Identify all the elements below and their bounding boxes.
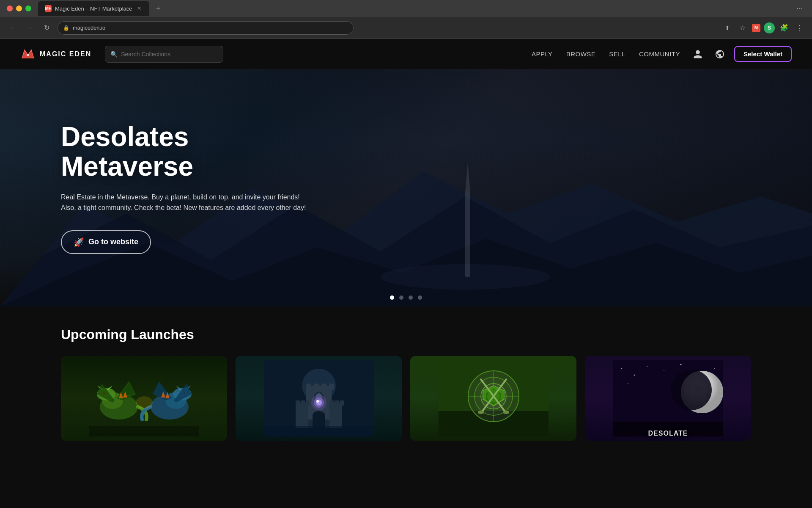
logo-icon — [20, 47, 36, 62]
svg-point-76 — [664, 370, 664, 371]
upcoming-launches-section: Upcoming Launches — [0, 306, 812, 461]
globe-icon-button[interactable] — [712, 47, 727, 62]
svg-rect-50 — [329, 403, 342, 428]
tab-title: Magic Eden – NFT Marketplace — [55, 6, 132, 12]
nav-link-community[interactable]: COMMUNITY — [639, 50, 680, 58]
svg-rect-51 — [296, 400, 300, 406]
svg-point-0 — [27, 54, 29, 56]
account-icon — [693, 49, 703, 59]
launch-card-4[interactable]: DESOLATE — [585, 356, 751, 441]
svg-rect-52 — [301, 400, 305, 406]
back-button[interactable]: ← — [7, 22, 19, 34]
go-to-website-button[interactable]: 🚀 Go to website — [61, 230, 151, 254]
search-input[interactable] — [121, 51, 218, 58]
account-icon-button[interactable] — [690, 47, 705, 62]
browser-toolbar: ← → ↻ 🔒 magiceden.io ⬆ ☆ M S 🧩 ⋮ — [0, 17, 812, 39]
address-bar[interactable]: 🔒 magiceden.io — [58, 21, 354, 35]
card-art-3 — [410, 356, 576, 441]
svg-point-45 — [316, 400, 319, 403]
more-options-button[interactable]: ⋯ — [793, 3, 805, 14]
svg-rect-57 — [264, 426, 374, 436]
carousel-dot-1[interactable] — [390, 295, 394, 300]
upcoming-launches-title: Upcoming Launches — [61, 327, 751, 342]
search-bar[interactable]: 🔍 — [105, 46, 223, 63]
svg-point-88 — [671, 370, 712, 410]
logo-text: MAGIC EDEN — [40, 50, 91, 58]
card-art-2 — [236, 356, 402, 441]
card-label-4: DESOLATE — [585, 430, 751, 437]
nav-link-browse[interactable]: BROWSE — [566, 50, 596, 58]
hero-section: Desolates Metaverse Real Estate in the M… — [0, 69, 812, 306]
minimize-traffic-light[interactable] — [16, 6, 22, 11]
logo-area[interactable]: MAGIC EDEN — [20, 47, 91, 62]
reload-button[interactable]: ↻ — [41, 22, 52, 34]
carousel-dots — [383, 289, 429, 306]
browser-chrome: ME Magic Eden – NFT Marketplace ✕ + ⋯ ← … — [0, 0, 812, 39]
select-wallet-button[interactable]: Select Wallet — [734, 46, 792, 62]
svg-rect-69 — [478, 411, 484, 414]
svg-rect-56 — [340, 400, 344, 406]
svg-rect-49 — [296, 403, 308, 428]
svg-point-73 — [621, 368, 622, 369]
extension-icon-me: M — [752, 24, 760, 32]
svg-rect-32 — [89, 426, 199, 436]
svg-rect-38 — [321, 384, 326, 390]
card-art-1 — [61, 356, 227, 441]
launches-grid: DESOLATE — [61, 356, 751, 441]
maximize-traffic-light[interactable] — [25, 6, 31, 11]
browser-titlebar: ME Magic Eden – NFT Marketplace ✕ + ⋯ — [0, 0, 812, 17]
svg-rect-70 — [503, 411, 509, 414]
svg-rect-4 — [465, 192, 470, 277]
traffic-lights — [7, 6, 31, 11]
browser-tab[interactable]: ME Magic Eden – NFT Marketplace ✕ — [38, 1, 149, 16]
svg-rect-54 — [329, 400, 334, 406]
svg-rect-53 — [306, 400, 310, 406]
url-display: magiceden.io — [73, 25, 105, 31]
site-navigation: MAGIC EDEN 🔍 APPLY BROWSE SELL COMMUNITY — [0, 39, 812, 69]
globe-icon — [715, 49, 725, 59]
bookmark-button[interactable]: ☆ — [737, 22, 749, 34]
svg-rect-37 — [314, 384, 319, 390]
close-traffic-light[interactable] — [7, 6, 13, 11]
svg-rect-36 — [306, 384, 311, 390]
carousel-dot-4[interactable] — [418, 295, 422, 300]
rocket-icon: 🚀 — [74, 237, 84, 247]
carousel-dot-3[interactable] — [409, 295, 413, 300]
website-content: MAGIC EDEN 🔍 APPLY BROWSE SELL COMMUNITY — [0, 39, 812, 461]
card-art-4: DESOLATE — [585, 356, 751, 441]
launch-card-2[interactable] — [236, 356, 402, 441]
nav-link-sell[interactable]: SELL — [609, 50, 625, 58]
carousel-dot-2[interactable] — [399, 295, 403, 300]
hero-content: Desolates Metaverse Real Estate in the M… — [0, 122, 317, 254]
svg-point-48 — [313, 411, 325, 420]
toolbar-actions: ⬆ ☆ M S 🧩 ⋮ — [721, 22, 805, 34]
forward-button[interactable]: → — [24, 22, 36, 34]
svg-point-80 — [628, 383, 628, 384]
svg-rect-39 — [329, 384, 334, 390]
svg-rect-55 — [335, 400, 339, 406]
svg-point-74 — [634, 375, 635, 376]
dragon-art — [89, 360, 199, 436]
shield-art — [439, 360, 549, 436]
svg-point-6 — [381, 264, 550, 290]
launch-card-1[interactable] — [61, 356, 227, 441]
svg-marker-5 — [465, 163, 470, 192]
share-button[interactable]: ⬆ — [721, 22, 733, 34]
svg-point-71 — [487, 390, 500, 403]
tab-close-button[interactable]: ✕ — [136, 5, 143, 12]
extensions-button[interactable]: 🧩 — [778, 22, 790, 34]
chrome-profile-avatar[interactable]: S — [764, 22, 775, 33]
svg-point-31 — [136, 396, 153, 409]
hero-description: Real Estate in the Metaverse. Buy a plan… — [61, 192, 306, 213]
nav-links: APPLY BROWSE SELL COMMUNITY — [532, 50, 680, 58]
svg-point-79 — [714, 368, 715, 369]
cta-label: Go to website — [88, 237, 138, 246]
nav-link-apply[interactable]: APPLY — [532, 50, 553, 58]
search-icon: 🔍 — [110, 51, 118, 58]
new-tab-button[interactable]: + — [153, 4, 164, 13]
launch-card-3[interactable] — [410, 356, 576, 441]
nav-icons: Select Wallet — [690, 46, 792, 62]
tab-favicon: ME — [45, 5, 52, 12]
chrome-menu-button[interactable]: ⋮ — [793, 22, 805, 34]
hero-title: Desolates Metaverse — [61, 122, 317, 182]
